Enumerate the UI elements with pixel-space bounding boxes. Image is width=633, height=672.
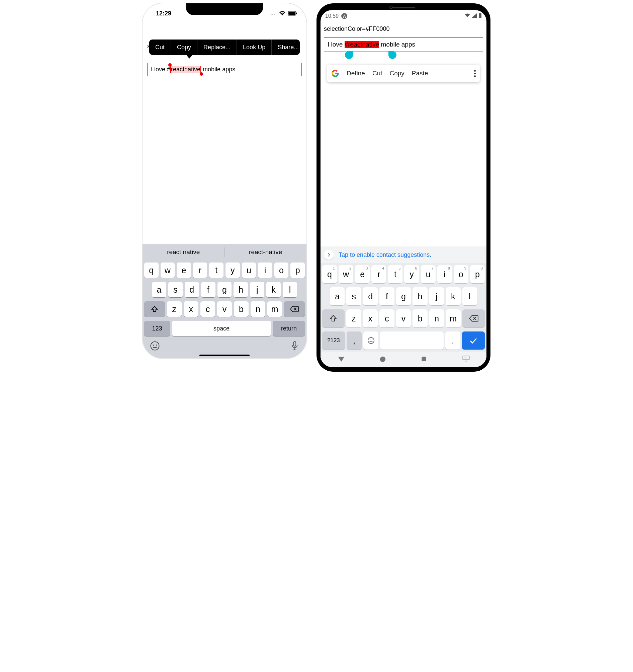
key-q[interactable]: q [144,263,158,278]
emoji-key[interactable] [150,341,160,352]
key-c[interactable]: c [200,301,215,317]
key-h[interactable]: h [233,282,248,297]
key-p[interactable]: p [290,263,305,278]
key-s[interactable]: s [168,282,183,297]
key-w[interactable]: w [160,263,175,278]
key-symbols[interactable]: ?123 [322,332,345,350]
key-o[interactable]: o9 [454,265,469,283]
key-y[interactable]: y [226,263,240,278]
key-b[interactable]: b [234,301,249,317]
menu-cut[interactable]: Cut [149,40,171,55]
key-m[interactable]: m [446,309,461,328]
key-w[interactable]: w2 [338,265,353,283]
menu-define[interactable]: Define [347,70,365,77]
key-x[interactable]: x [363,309,378,328]
key-i[interactable]: i [258,263,272,278]
shift-icon [329,314,337,322]
key-j[interactable]: j [250,282,264,297]
suggestion-0[interactable]: react native [143,248,225,256]
menu-cut[interactable]: Cut [372,70,382,77]
key-e[interactable]: e [177,263,191,278]
key-l[interactable]: l [283,282,297,297]
key-c[interactable]: c [379,309,395,328]
key-period[interactable]: . [445,332,460,350]
key-g[interactable]: g [218,282,232,297]
key-comma[interactable]: , [347,332,362,350]
suggestion-1[interactable]: react-native [225,248,307,256]
key-g[interactable]: g [396,287,411,305]
expand-suggestions-button[interactable] [324,250,334,260]
key-x[interactable]: x [184,301,198,317]
key-return[interactable]: return [273,321,305,336]
key-i[interactable]: i8 [437,265,452,283]
key-v[interactable]: v [217,301,232,317]
key-t[interactable]: t5 [388,265,403,283]
home-indicator[interactable] [199,355,250,356]
key-r[interactable]: r4 [371,265,386,283]
selection-handle-end[interactable] [388,51,397,59]
selection-handle-start[interactable] [168,63,172,67]
key-backspace[interactable] [462,309,485,328]
key-q[interactable]: q1 [322,265,337,283]
key-t[interactable]: t [209,263,224,278]
selected-text[interactable]: #reactnative [345,41,379,48]
key-a[interactable]: a [330,287,345,305]
menu-copy[interactable]: Copy [171,40,197,55]
key-u[interactable]: u [242,263,256,278]
key-y[interactable]: y6 [404,265,419,283]
key-r[interactable]: r [193,263,207,278]
key-shift[interactable] [322,309,345,328]
key-p[interactable]: p0 [470,265,485,283]
menu-lookup[interactable]: Look Up [237,40,272,55]
menu-copy[interactable]: Copy [390,70,404,77]
key-e[interactable]: e3 [355,265,370,283]
emoji-icon [150,341,160,351]
key-a[interactable]: a [152,282,166,297]
selected-text[interactable]: reactnative [170,66,201,73]
nav-home[interactable] [379,356,386,363]
key-u[interactable]: u7 [421,265,436,283]
key-row-1: q1 w2 e3 r4 t5 y6 u7 i8 o9 p0 [321,263,486,285]
menu-paste[interactable]: Paste [412,70,428,77]
key-n[interactable]: n [251,301,265,317]
key-j[interactable]: j [429,287,444,305]
nav-back[interactable] [337,356,345,363]
suggestion-text[interactable]: Tap to enable contact suggestions. [338,251,431,259]
key-z[interactable]: z [346,309,361,328]
key-l[interactable]: l [462,287,477,305]
key-s[interactable]: s [346,287,361,305]
key-n[interactable]: n [429,309,444,328]
ios-text-input[interactable]: I love #reactnative mobile apps [147,63,302,76]
ios-keyboard: react native react-native q w e r t y u … [143,244,306,358]
key-enter[interactable] [462,332,485,350]
key-space[interactable] [380,332,444,350]
key-z[interactable]: z [167,301,182,317]
android-text-input[interactable]: I love #reactnative mobile apps [324,37,483,52]
key-h[interactable]: h [412,287,427,305]
selection-handle-start[interactable] [345,51,353,59]
key-f[interactable]: f [201,282,216,297]
key-f[interactable]: f [379,287,394,305]
key-space[interactable]: space [172,321,271,336]
key-o[interactable]: o [274,263,289,278]
key-emoji[interactable] [363,332,378,350]
key-d[interactable]: d [363,287,378,305]
key-d[interactable]: d [185,282,199,297]
expo-icon: ⋀ [341,13,347,19]
mic-key[interactable] [290,341,299,352]
key-k[interactable]: k [266,282,281,297]
key-b[interactable]: b [412,309,428,328]
nav-keyboard-hide[interactable] [462,356,470,363]
key-v[interactable]: v [396,309,411,328]
key-k[interactable]: k [446,287,460,305]
svg-point-3 [151,342,159,350]
menu-more[interactable] [474,70,476,77]
menu-share[interactable]: Share... [272,40,305,55]
key-m[interactable]: m [267,301,282,317]
key-numbers[interactable]: 123 [144,321,170,336]
key-backspace[interactable] [284,301,305,317]
selection-handle-end[interactable] [200,72,203,76]
nav-recent[interactable] [421,356,428,363]
key-shift[interactable] [144,301,165,317]
menu-replace[interactable]: Replace... [197,40,237,55]
